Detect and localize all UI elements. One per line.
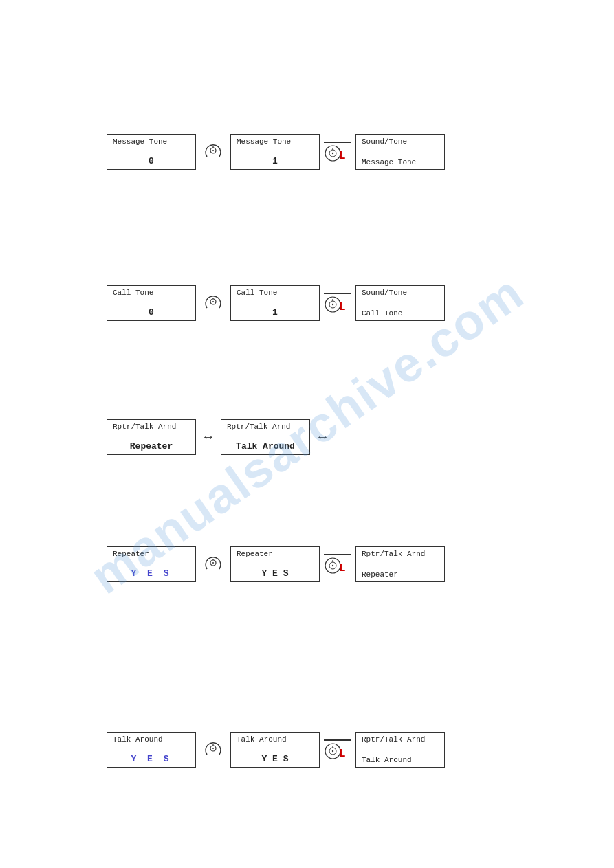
section-call-tone: Call Tone 0 Call Tone 1 L Sound/Tone Cal… [107,285,445,321]
top-line [324,554,351,555]
svg-point-26 [332,750,333,752]
box1-value: 0 [113,156,190,166]
box2-label: Repeater [237,550,314,558]
top-line [324,142,351,143]
l-badge: L [339,150,346,162]
result-talk-around: Rptr/Talk Arnd Talk Around [355,732,445,768]
result-label2: Talk Around [362,756,439,764]
knob-line-wrap: L [324,554,351,575]
double-arrow-icon: ↔ [204,430,212,445]
l-badge: L [339,301,346,313]
box2-message-tone: Message Tone 1 [230,134,320,170]
box1-label: Message Tone [113,137,190,146]
box1-label: Call Tone [113,289,190,297]
box2-label: Call Tone [237,289,314,297]
result-label2: Call Tone [362,309,439,318]
knob-arc-icon [203,739,223,760]
svg-point-12 [332,304,333,305]
box1-label: Repeater [113,550,190,558]
section-talk-around: Talk Around Y E S Talk Around Y E S L Rp… [107,732,445,768]
top-line [324,739,351,741]
svg-point-5 [332,153,333,154]
knob-line-wrap: L [324,293,351,313]
box2-value: 1 [237,156,314,166]
svg-point-19 [332,565,333,566]
box1-message-tone: Message Tone 0 [107,134,196,170]
result-label1: Sound/Tone [362,289,439,297]
result-call-tone: Sound/Tone Call Tone [355,285,445,321]
box1-value: Y E S [113,754,190,764]
box1-call-tone: Call Tone 0 [107,285,196,321]
result-label1: Rptr/Talk Arnd [362,550,439,558]
box2-rptr: Rptr/Talk Arnd Talk Around [221,419,310,455]
top-line [324,293,351,294]
box2-label: Message Tone [237,137,314,146]
result-repeater: Rptr/Talk Arnd Repeater [355,546,445,582]
box1-value: Y E S [113,568,190,579]
box2-call-tone: Call Tone 1 [230,285,320,321]
result-message-tone: Sound/Tone Message Tone [355,134,445,170]
box2-value: Y E S [237,754,314,764]
svg-point-15 [212,562,214,564]
knob-l-row: L [324,742,346,760]
l-badge: L [339,748,346,760]
box1-label: Rptr/Talk Arnd [113,423,190,431]
result-label1: Rptr/Talk Arnd [362,735,439,744]
knob-l-row: L [324,144,346,162]
section-repeater: Repeater Y E S Repeater Y E S L Rptr/Tal… [107,546,445,582]
box2-repeater: Repeater Y E S [230,546,320,582]
box1-repeater: Repeater Y E S [107,546,196,582]
knob-arc-icon [203,554,223,575]
box1-talk-around: Talk Around Y E S [107,732,196,768]
result-label1: Sound/Tone [362,137,439,146]
box2-value: Y E S [237,568,314,579]
svg-point-22 [212,748,214,749]
knob-arc-icon [203,293,223,313]
box2-label: Rptr/Talk Arnd [227,423,304,431]
box1-rptr: Rptr/Talk Arnd Repeater [107,419,196,455]
result-label2: Repeater [362,570,439,579]
result-label2: Message Tone [362,158,439,166]
box2-value: 1 [237,307,314,318]
section-rptr-talk-arnd: Rptr/Talk Arnd Repeater ↔ Rptr/Talk Arnd… [107,419,335,455]
box2-value: Talk Around [227,441,304,452]
knob-l-row: L [324,296,346,313]
knob-line-wrap: L [324,739,351,760]
box1-label: Talk Around [113,735,190,744]
section-message-tone: Message Tone 0 Message Tone 1 L Sound/To… [107,134,445,170]
box1-value: 0 [113,307,190,318]
knob-arc-icon [203,142,223,162]
box2-talk-around: Talk Around Y E S [230,732,320,768]
svg-point-1 [212,150,214,151]
l-badge: L [339,562,346,575]
knob-l-row: L [324,557,346,575]
double-arrow-icon2: ↔ [318,430,327,445]
knob-line-wrap: L [324,142,351,162]
box2-label: Talk Around [237,735,314,744]
svg-point-8 [212,301,214,302]
box1-value: Repeater [113,441,190,452]
